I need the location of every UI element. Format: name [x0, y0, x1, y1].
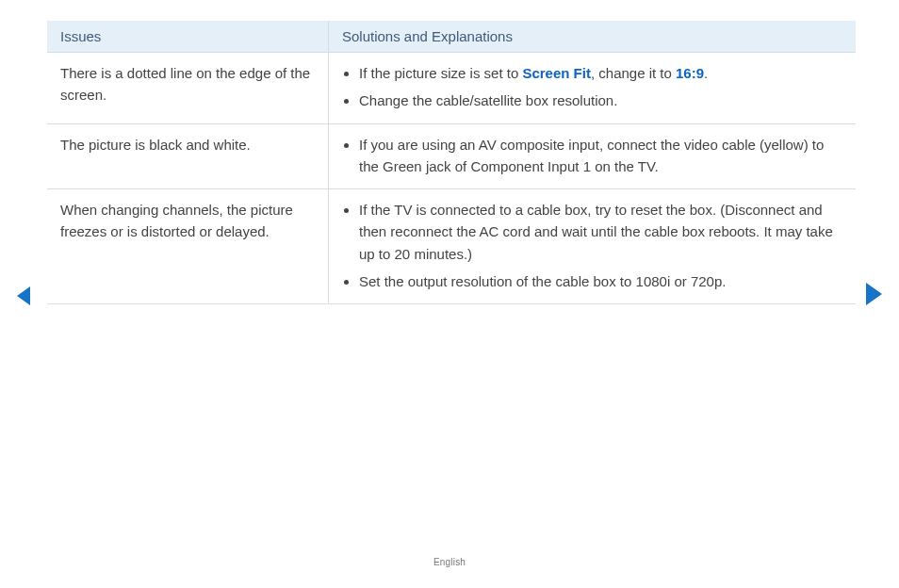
list-item: Change the cable/satellite box resolutio… [359, 90, 842, 111]
solution-cell: If the picture size is set to Screen Fit… [329, 53, 857, 124]
issue-cell: There is a dotted line on the edge of th… [47, 53, 329, 124]
troubleshoot-page: Issues Solutions and Explanations There … [47, 21, 856, 304]
issue-cell: When changing channels, the picture free… [47, 189, 329, 304]
text-fragment: . [704, 65, 708, 81]
table-row: The picture is black and white. If you a… [47, 123, 856, 189]
text-fragment: If the picture size is set to [359, 65, 522, 81]
list-item: If you are using an AV composite input, … [359, 134, 842, 178]
solution-cell: If the TV is connected to a cable box, t… [329, 189, 857, 304]
th-solutions: Solutions and Explanations [329, 21, 857, 53]
list-item: Set the output resolution of the cable b… [359, 270, 842, 292]
troubleshoot-table: Issues Solutions and Explanations There … [47, 21, 856, 304]
list-item: If the picture size is set to Screen Fit… [359, 62, 842, 84]
solution-cell: If you are using an AV composite input, … [329, 123, 857, 189]
next-page-arrow-icon[interactable] [866, 283, 882, 305]
table-row: When changing channels, the picture free… [47, 189, 856, 304]
th-issues: Issues [47, 21, 329, 53]
highlight-term: 16:9 [676, 65, 704, 81]
prev-page-arrow-icon[interactable] [17, 286, 30, 305]
issue-cell: The picture is black and white. [47, 123, 329, 189]
footer-language: English [0, 557, 899, 567]
table-row: There is a dotted line on the edge of th… [47, 53, 856, 124]
highlight-term: Screen Fit [522, 65, 591, 81]
list-item: If the TV is connected to a cable box, t… [359, 199, 842, 265]
text-fragment: , change it to [591, 65, 676, 81]
